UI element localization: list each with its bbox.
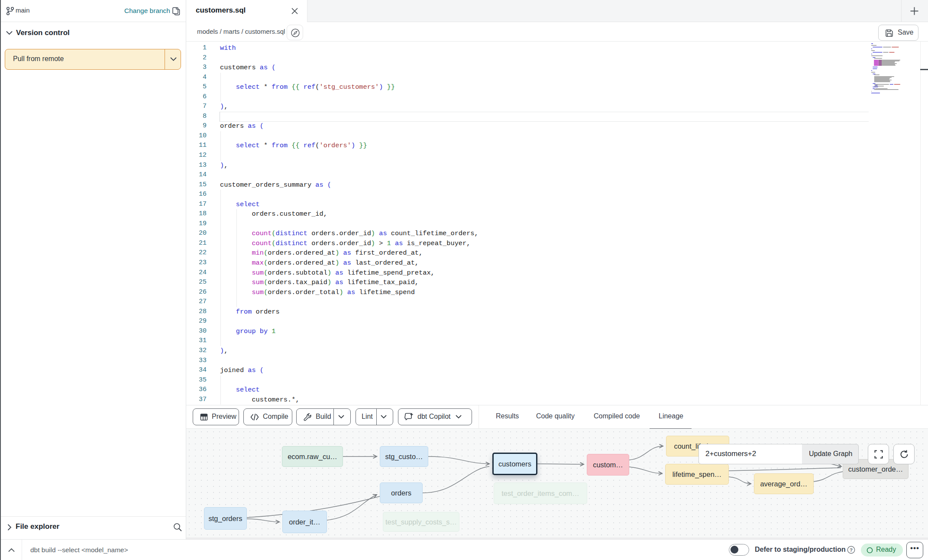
svg-text:?: ? xyxy=(850,547,853,553)
